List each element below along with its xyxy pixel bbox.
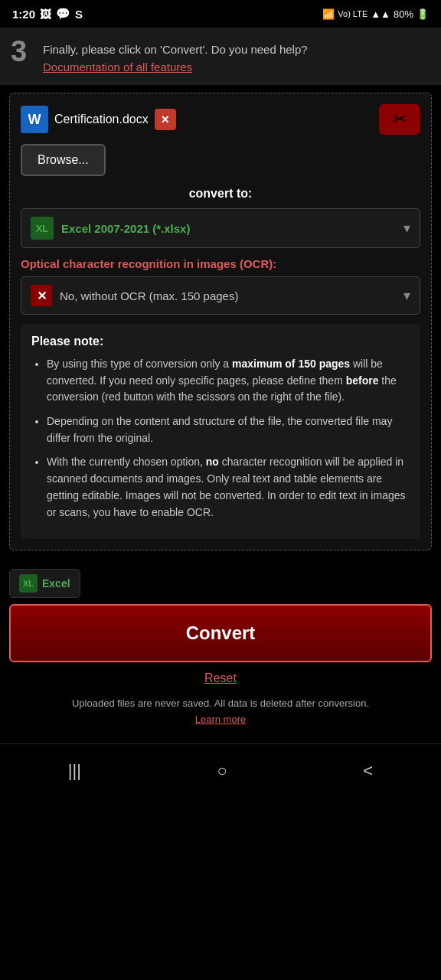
reset-link[interactable]: Reset xyxy=(204,671,237,684)
convert-to-label: convert to: xyxy=(21,187,420,201)
note-box: Please note: By using this type of conve… xyxy=(21,324,420,539)
home-button[interactable]: ○ xyxy=(202,755,243,787)
signal-icon: ▲▲ xyxy=(371,8,390,20)
documentation-link[interactable]: Documentation of all features xyxy=(43,60,192,74)
excel-badge-icon: XL xyxy=(19,574,38,593)
battery-label: 80% xyxy=(394,8,413,20)
file-info: Certification.docx × xyxy=(21,106,176,133)
status-right: 📶 Vo) LTE ▲▲ 80% 🔋 xyxy=(322,8,429,20)
recent-apps-button[interactable]: ||| xyxy=(53,755,96,787)
note-title: Please note: xyxy=(31,335,410,348)
step-number: 3 xyxy=(11,37,34,66)
footer-text: Uploaded files are never saved. All data… xyxy=(72,697,369,709)
format-chevron-icon: ▾ xyxy=(403,220,410,237)
file-row: Certification.docx × ✂ xyxy=(21,104,420,135)
scissors-icon: ✂ xyxy=(393,109,407,129)
ocr-label: Optical character recognition in images … xyxy=(21,257,420,270)
ocr-no-icon: ✕ xyxy=(31,285,52,306)
note-item-1: By using this type of conversion only a … xyxy=(47,356,410,406)
convert-button-container: Convert xyxy=(0,604,441,662)
wifi-icon: 📶 xyxy=(322,8,335,20)
format-dropdown[interactable]: XL Excel 2007-2021 (*.xlsx) ▾ xyxy=(21,208,420,248)
word-file-icon xyxy=(21,106,48,133)
note-item-2: Depending on the content and structure o… xyxy=(47,413,410,446)
ocr-dropdown[interactable]: ✕ No, without OCR (max. 150 pages) ▾ xyxy=(21,276,420,315)
reset-link-container: Reset xyxy=(0,671,441,685)
step-text: Finally, please click on 'Convert'. Do y… xyxy=(43,37,308,76)
browse-button[interactable]: Browse... xyxy=(21,144,106,176)
step-banner: 3 Finally, please click on 'Convert'. Do… xyxy=(0,28,441,85)
scissors-button[interactable]: ✂ xyxy=(379,104,420,135)
learn-more-link[interactable]: Learn more xyxy=(195,714,246,725)
ocr-dropdown-value: No, without OCR (max. 150 pages) xyxy=(60,289,238,302)
note-item-3: With the currently chosen option, no cha… xyxy=(47,454,410,521)
note-list: By using this type of conversion only a … xyxy=(31,356,410,521)
status-left: 1:20 🖼 💬 S xyxy=(12,7,83,21)
file-name: Certification.docx xyxy=(54,113,149,126)
main-card: Certification.docx × ✂ Browse... convert… xyxy=(9,93,432,550)
status-bar: 1:20 🖼 💬 S 📶 Vo) LTE ▲▲ 80% 🔋 xyxy=(0,0,441,28)
step-description: Finally, please click on 'Convert'. Do y… xyxy=(43,43,308,56)
convert-button[interactable]: Convert xyxy=(9,604,432,662)
ocr-chevron-icon: ▾ xyxy=(403,287,410,304)
skype-icon: S xyxy=(75,8,83,21)
network-label: Vo) LTE xyxy=(338,9,368,18)
battery-icon: 🔋 xyxy=(416,8,429,20)
browse-button-container: Browse... xyxy=(21,144,420,187)
bottom-nav: ||| ○ < xyxy=(0,743,441,798)
back-button[interactable]: < xyxy=(348,755,388,787)
format-dropdown-value: Excel 2007-2021 (*.xlsx) xyxy=(61,222,190,235)
footer-note: Uploaded files are never saved. All data… xyxy=(0,696,441,728)
excel-format-icon: XL xyxy=(31,217,54,240)
message-icon: 💬 xyxy=(56,7,70,21)
excel-badge-label: Excel xyxy=(42,577,70,590)
photo-icon: 🖼 xyxy=(40,8,51,21)
time-display: 1:20 xyxy=(12,8,35,21)
remove-file-button[interactable]: × xyxy=(155,109,176,130)
excel-badge: XL Excel xyxy=(9,569,80,598)
